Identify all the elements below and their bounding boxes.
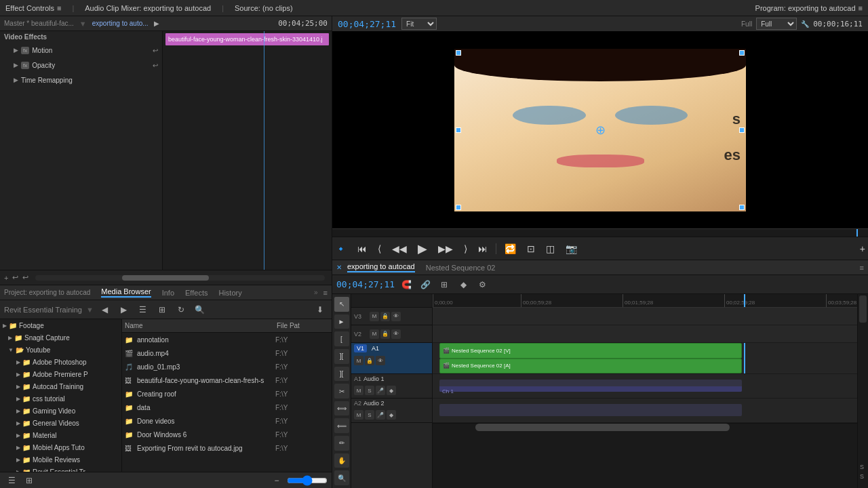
a2-keyframe-btn[interactable]: ◆	[387, 410, 396, 420]
play-stop-btn[interactable]: ▶	[415, 240, 430, 258]
linked-select-btn[interactable]: 🔗	[418, 277, 433, 292]
handle-bottom-left[interactable]	[456, 205, 461, 210]
tab-history[interactable]: History	[218, 289, 241, 297]
timeline-track-a1[interactable]: Ch 1	[433, 374, 857, 399]
remove-effect-btn[interactable]: ↩	[12, 273, 18, 282]
search-btn[interactable]: 🔍	[193, 302, 208, 317]
folder-adobe-photoshop[interactable]: ▶ 📁 Adobe Photoshop	[0, 356, 121, 368]
settings-btn[interactable]: ⚙	[475, 277, 490, 292]
folder-footage[interactable]: ▶ 📁 Footage	[0, 319, 121, 331]
effect-scrollbar-h[interactable]	[35, 275, 325, 281]
tab-info[interactable]: Info	[162, 289, 174, 297]
export-frame-btn[interactable]: 📷	[563, 242, 580, 256]
a1-solo-btn[interactable]: S	[365, 386, 374, 395]
icon-view-btn[interactable]: ⊞	[155, 302, 170, 317]
folder-snagit[interactable]: ▶ 📁 Snagit Capture	[0, 331, 121, 344]
forward-btn[interactable]: ▶	[117, 302, 132, 317]
v3-eye-btn[interactable]: 👁	[391, 312, 401, 321]
handle-middle-left[interactable]	[456, 127, 461, 133]
fit-select[interactable]: Fit 25% 50% 100%	[401, 18, 437, 30]
safe-margins-btn[interactable]: ⊡	[524, 242, 538, 256]
col-name-header[interactable]: Name	[125, 322, 274, 329]
timeline-tab-nested[interactable]: Nested Sequence 02	[426, 264, 496, 272]
icon-view-footer-btn[interactable]: ⊞	[22, 473, 37, 488]
timeline-tab-main[interactable]: exporting to autocad	[347, 262, 415, 272]
motion-effect-row[interactable]: ▶ fx Motion ↩	[0, 43, 162, 58]
timeline-track-v2[interactable]	[433, 325, 857, 343]
quality-select[interactable]: Full Half Quarter	[756, 18, 797, 30]
add-effect-btn[interactable]: +	[4, 274, 8, 282]
zoom-out-btn[interactable]: −	[269, 473, 284, 488]
crosshair-icon[interactable]: ⊕	[595, 123, 606, 138]
a2-solo-btn[interactable]: S	[365, 410, 374, 420]
a1-keyframe-btn[interactable]: ◆	[387, 386, 396, 395]
timeline-scroll-thumb[interactable]	[475, 424, 730, 431]
v2-toggle-btn[interactable]: M	[370, 329, 379, 339]
step-back-btn[interactable]: ⟨	[375, 242, 384, 256]
effect-scroll-right[interactable]: ↩	[22, 273, 28, 282]
rewind-btn[interactable]: ◀◀	[389, 242, 410, 256]
timeline-track-v3[interactable]	[433, 308, 857, 325]
file-row-done-videos[interactable]: 📁 Done videos F:\Y	[122, 414, 332, 428]
handle-top-left[interactable]	[456, 50, 461, 56]
folder-youtube[interactable]: ▼ 📂 Youtube	[0, 344, 121, 356]
time-remapping-row[interactable]: ▶ Time Remapping	[0, 73, 162, 87]
timeline-track-a2[interactable]	[433, 399, 857, 423]
ripple-edit-tool[interactable]: [	[334, 331, 349, 346]
source-tab[interactable]: Source: (no clips)	[235, 4, 293, 12]
a2-mic-btn[interactable]: 🎤	[376, 410, 385, 420]
timeline-track-v1[interactable]: 🎬 Nested Sequence 02 [V] 🎬 Nested Sequen…	[433, 343, 857, 374]
a1-active-badge[interactable]: A1	[369, 344, 382, 352]
effect-controls-tab[interactable]: Effect Controls ≡	[5, 4, 61, 12]
handle-middle-right[interactable]	[739, 127, 745, 133]
file-row-audio-mp4[interactable]: 🎬 audio.mp4 F:\Y	[122, 346, 332, 360]
file-row-annotation[interactable]: 📁 annotation F:\Y	[122, 333, 332, 346]
effect-controls-menu-icon[interactable]: ≡	[57, 4, 61, 12]
a1-mic-btn[interactable]: 🎤	[376, 386, 385, 395]
razor-tool[interactable]: ✂	[334, 384, 349, 399]
panel-expand-arrow[interactable]: »	[314, 289, 318, 296]
handle-top-right[interactable]	[739, 50, 745, 56]
folder-general[interactable]: ▶ 📁 General Videos	[0, 417, 121, 429]
timeline-panel-menu-icon[interactable]: ≡	[860, 264, 864, 272]
tab-media-browser[interactable]: Media Browser	[101, 287, 151, 298]
file-row-beautiful-face[interactable]: 🖼 beautiful-face-young-woman-clean-fresh…	[122, 373, 332, 387]
file-row-data[interactable]: 📁 data F:\Y	[122, 401, 332, 414]
loop-btn[interactable]: 🔁	[502, 242, 519, 256]
file-row-door-windows[interactable]: 📁 Door Windows 6 F:\Y	[122, 428, 332, 441]
folder-dropdown-btn[interactable]: ▼	[86, 306, 94, 314]
handle-bottom-right[interactable]	[739, 205, 745, 210]
pen-tool[interactable]: ✏	[334, 436, 349, 451]
clip-bar[interactable]: beautiful-face-young-woman-clean-fresh-s…	[165, 33, 329, 45]
v1-toggle-btn[interactable]: M	[354, 356, 363, 365]
v2-eye-btn[interactable]: 👁	[391, 329, 401, 339]
goto-in-btn[interactable]: ⏮	[355, 242, 370, 256]
v3-toggle-btn[interactable]: M	[370, 312, 379, 321]
track-select-tool[interactable]: ►	[334, 314, 349, 329]
add-marker-btn[interactable]: 🔹	[332, 242, 349, 256]
list-view-btn[interactable]: ☰	[136, 302, 151, 317]
folder-autocad[interactable]: ▶ 📁 Autocad Training	[0, 380, 121, 392]
folder-adobe-premiere[interactable]: ▶ 📁 Adobe Premiere P	[0, 368, 121, 380]
step-forward-btn[interactable]: ⟩	[461, 242, 470, 256]
list-view-footer-btn[interactable]: ☰	[4, 473, 19, 488]
file-row-audio-mp3[interactable]: 🎵 audio_01.mp3 F:\Y	[122, 360, 332, 373]
folder-gaming[interactable]: ▶ 📁 Gaming Video	[0, 405, 121, 417]
panel-menu-icon-project[interactable]: ≡	[323, 289, 328, 297]
fast-forward-btn[interactable]: ▶▶	[435, 242, 456, 256]
motion-expand-arrow[interactable]: ▶	[14, 47, 18, 54]
goto-out-btn[interactable]: ⏭	[475, 242, 490, 256]
folder-css[interactable]: ▶ 📁 css tutorial	[0, 392, 121, 405]
ingest-btn[interactable]: ⬇	[313, 302, 328, 317]
v1-eye-btn[interactable]: 👁	[376, 356, 385, 365]
hand-tool[interactable]: ✋	[334, 453, 349, 468]
v3-lock-btn[interactable]: 🔒	[380, 312, 390, 321]
opacity-reset-icon[interactable]: ↩	[153, 62, 158, 69]
selection-tool[interactable]: ↖	[334, 297, 349, 312]
motion-reset-icon[interactable]: ↩	[153, 47, 158, 54]
back-btn[interactable]: ◀	[98, 302, 113, 317]
v1-active-badge[interactable]: V1	[354, 344, 367, 352]
snap-btn[interactable]: 🧲	[399, 277, 414, 292]
marker-btn[interactable]: ◆	[456, 277, 471, 292]
rate-stretch-tool[interactable]: ][	[334, 367, 349, 382]
